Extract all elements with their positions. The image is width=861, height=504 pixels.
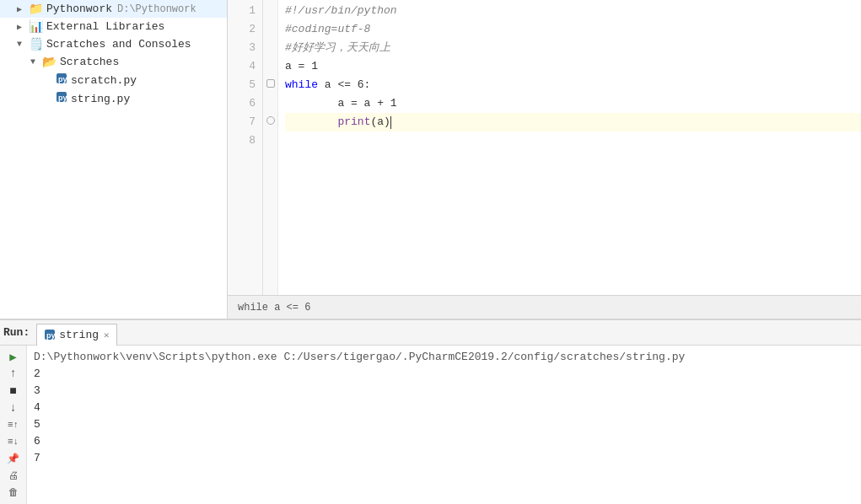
run-btn-scroll[interactable]: ≡↓ bbox=[4, 434, 23, 449]
code-line-8 bbox=[285, 131, 861, 150]
run-output-line-2: 3 bbox=[34, 383, 854, 399]
gutter-4 bbox=[263, 56, 277, 74]
ext-lib-icon: 📊 bbox=[29, 19, 43, 34]
run-toolbar: ▶ ↑ ■ ↓ ≡↑ ≡↓ 📌 🖨 🗑 bbox=[0, 346, 27, 504]
code-line-1: #!/usr/bin/python bbox=[285, 2, 861, 20]
sidebar-path-pythonwork: D:\Pythonwork bbox=[117, 3, 196, 15]
sidebar-item-scratches-consoles[interactable]: ▼ 🗒️ Scratches and Consoles bbox=[0, 35, 227, 53]
run-btn-rerun[interactable]: ≡↑ bbox=[4, 417, 23, 432]
sidebar-label-scratches: Scratches bbox=[60, 56, 119, 68]
gutter-8 bbox=[263, 130, 277, 148]
main-area: ▶ 📁 Pythonwork D:\Pythonwork ▶ 📊 Externa… bbox=[0, 0, 861, 319]
ln-1: 1 bbox=[228, 2, 256, 20]
py-icon-scratch: py bbox=[56, 72, 67, 88]
arrow-ext-libs: ▶ bbox=[17, 22, 29, 32]
run-btn-down[interactable]: ↓ bbox=[4, 400, 23, 416]
code-keyword-while: while bbox=[285, 76, 318, 94]
ln-5: 5 bbox=[228, 76, 256, 94]
ln-2: 2 bbox=[228, 20, 256, 39]
ln-7: 7 bbox=[228, 113, 256, 131]
gutter-2 bbox=[263, 19, 277, 37]
folder-icon-scratches: 📂 bbox=[42, 55, 57, 69]
code-content-6: a = a + 1 bbox=[285, 94, 397, 113]
ln-6: 6 bbox=[228, 94, 256, 113]
ln-3: 3 bbox=[228, 39, 256, 57]
code-line-7: print(a) bbox=[285, 113, 861, 131]
run-tab-close[interactable]: ✕ bbox=[104, 330, 110, 340]
editor[interactable]: 1 2 3 4 5 6 7 8 bbox=[228, 0, 861, 295]
run-output-line-5: 6 bbox=[34, 433, 854, 450]
line-numbers: 1 2 3 4 5 6 7 8 bbox=[228, 0, 263, 295]
code-content-2: #coding=utf-8 bbox=[285, 20, 370, 39]
arrow-scratches-consoles: ▼ bbox=[17, 40, 29, 49]
svg-text:py: py bbox=[58, 75, 67, 83]
code-func-print: print bbox=[337, 113, 370, 131]
run-btn-up[interactable]: ↑ bbox=[4, 366, 23, 381]
gutter-3 bbox=[263, 37, 277, 56]
code-area[interactable]: #!/usr/bin/python #coding=utf-8 #好好学习，天天… bbox=[278, 0, 861, 295]
code-parens-7: (a) bbox=[370, 113, 390, 131]
run-tab-bar: Run: py string ✕ bbox=[0, 320, 861, 346]
run-tab-string[interactable]: py string ✕ bbox=[36, 324, 116, 346]
run-output: D:\Pythonwork\venv\Scripts\python.exe C:… bbox=[27, 346, 861, 504]
sidebar-label-string-py: string.py bbox=[71, 93, 130, 105]
py-icon-string: py bbox=[56, 91, 67, 106]
arrow-scratches: ▼ bbox=[30, 57, 42, 67]
editor-container: 1 2 3 4 5 6 7 8 bbox=[228, 0, 861, 319]
gutter-1 bbox=[263, 0, 277, 19]
run-tab-name: string bbox=[59, 329, 99, 341]
code-line-4: a = 1 bbox=[285, 57, 861, 76]
gutter bbox=[263, 0, 278, 295]
sidebar-item-scratches[interactable]: ▼ 📂 Scratches bbox=[0, 53, 227, 71]
run-output-line-1: 2 bbox=[34, 366, 854, 383]
sidebar-label-scratch-py: scratch.py bbox=[71, 74, 137, 87]
run-output-line-4: 5 bbox=[34, 416, 854, 433]
gutter-6 bbox=[263, 93, 277, 111]
status-text: while a <= 6 bbox=[238, 302, 310, 314]
sidebar-label-pythonwork: Pythonwork bbox=[46, 3, 112, 15]
folder-icon-pythonwork: 📁 bbox=[29, 2, 43, 16]
svg-text:py: py bbox=[46, 331, 56, 340]
sidebar-label-ext-libs: External Libraries bbox=[46, 20, 164, 33]
sidebar-item-ext-libs[interactable]: ▶ 📊 External Libraries bbox=[0, 18, 227, 35]
run-output-line-3: 4 bbox=[34, 399, 854, 416]
run-output-line-6: 7 bbox=[34, 450, 854, 467]
breakpoint-indicator bbox=[266, 116, 275, 125]
loop-indicator bbox=[266, 79, 275, 88]
gutter-5 bbox=[263, 74, 277, 93]
sidebar: ▶ 📁 Pythonwork D:\Pythonwork ▶ 📊 Externa… bbox=[0, 0, 228, 319]
run-btn-stop[interactable]: ■ bbox=[4, 383, 23, 398]
gutter-7 bbox=[263, 111, 277, 130]
sidebar-label-scratches-consoles: Scratches and Consoles bbox=[46, 38, 191, 51]
code-content-3: #好好学习，天天向上 bbox=[285, 39, 390, 57]
sidebar-item-string-py[interactable]: ▶ py string.py bbox=[0, 89, 227, 108]
scratches-icon: 🗒️ bbox=[29, 37, 43, 51]
code-content-1: #!/usr/bin/python bbox=[285, 2, 397, 20]
run-content: ▶ ↑ ■ ↓ ≡↑ ≡↓ 📌 🖨 🗑 D:\Pythonwork\venv\S… bbox=[0, 346, 861, 504]
code-line-6: a = a + 1 bbox=[285, 94, 861, 113]
ln-4: 4 bbox=[228, 57, 256, 76]
ln-8: 8 bbox=[228, 131, 256, 150]
code-indent-7 bbox=[285, 113, 337, 131]
run-tab-py-icon: py bbox=[44, 329, 56, 340]
svg-text:py: py bbox=[58, 94, 67, 102]
status-bar: while a <= 6 bbox=[228, 295, 861, 319]
run-btn-pin[interactable]: 📌 bbox=[4, 451, 23, 466]
code-content-5b: a <= 6: bbox=[318, 76, 370, 94]
arrow-pythonwork: ▶ bbox=[17, 4, 29, 14]
sidebar-item-scratch-py[interactable]: ▶ py scratch.py bbox=[0, 71, 227, 89]
run-cmd-line: D:\Pythonwork\venv\Scripts\python.exe C:… bbox=[34, 349, 854, 366]
run-btn-print[interactable]: 🖨 bbox=[4, 469, 23, 484]
bottom-panel: Run: py string ✕ ▶ ↑ ■ ↓ ≡↑ ≡↓ 📌 🖨 🗑 bbox=[0, 319, 861, 504]
code-line-2: #coding=utf-8 bbox=[285, 20, 861, 39]
code-line-3: #好好学习，天天向上 bbox=[285, 39, 861, 57]
sidebar-item-pythonwork[interactable]: ▶ 📁 Pythonwork D:\Pythonwork bbox=[0, 0, 227, 18]
run-label: Run: bbox=[3, 326, 30, 339]
text-cursor bbox=[390, 116, 391, 129]
code-content-4: a = 1 bbox=[285, 57, 318, 76]
run-btn-trash[interactable]: 🗑 bbox=[4, 485, 23, 501]
run-btn-play[interactable]: ▶ bbox=[4, 349, 23, 364]
code-line-5: while a <= 6: bbox=[285, 76, 861, 94]
